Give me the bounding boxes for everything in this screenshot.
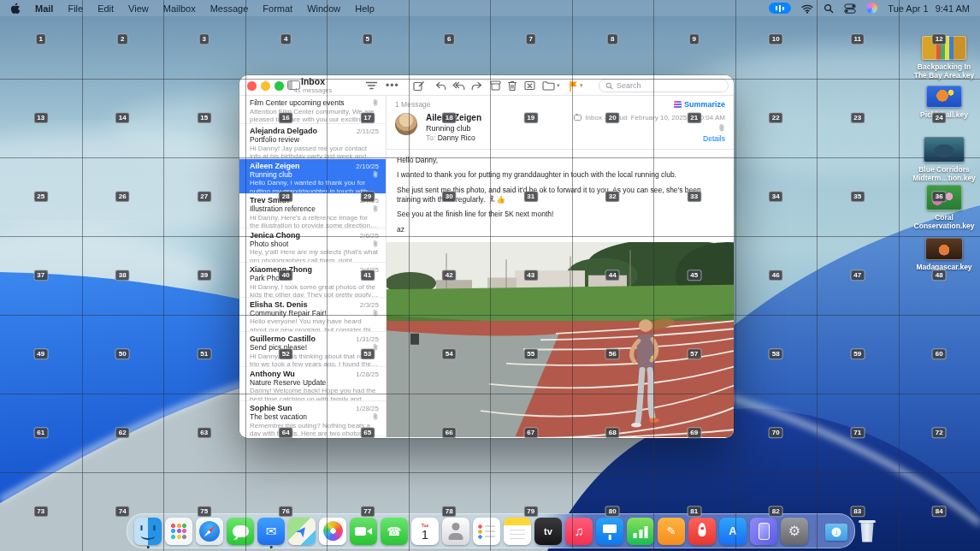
dock-trash-icon[interactable] bbox=[853, 518, 881, 545]
reminders-app-icon bbox=[473, 518, 500, 545]
preview: Remember this outing? Nothing beats a da… bbox=[250, 422, 379, 436]
dock-photos-icon[interactable] bbox=[319, 518, 346, 545]
dock-iphone-icon[interactable] bbox=[750, 518, 777, 545]
attachment-photo[interactable] bbox=[387, 242, 734, 437]
subject: Film Center upcoming events bbox=[250, 98, 345, 107]
message-row[interactable]: Sophie Sun1/28/25The best vacationRememb… bbox=[239, 401, 386, 436]
menu-mail[interactable]: Mail bbox=[35, 3, 53, 14]
message-row[interactable]: Alejandra Delgado2/11/25Portfolio review… bbox=[239, 124, 386, 159]
reply-all-icon[interactable] bbox=[452, 79, 465, 92]
date: 2/10/25 bbox=[356, 163, 379, 170]
facetime-app-icon bbox=[350, 518, 377, 545]
apple-menu[interactable] bbox=[10, 3, 21, 15]
now-playing-pill[interactable] bbox=[769, 3, 791, 14]
reply-icon[interactable] bbox=[435, 79, 446, 92]
running-indicator bbox=[147, 546, 150, 548]
spotlight-icon[interactable] bbox=[824, 3, 834, 14]
desktop-file-blue-corridors-midterm-tion-key[interactable]: Blue CorridorsMidterm…tion.key bbox=[912, 137, 977, 182]
date: 2/7/25 bbox=[360, 197, 379, 204]
menu-mailbox[interactable]: Mailbox bbox=[163, 3, 196, 14]
runner-photo bbox=[387, 242, 734, 437]
dock-appstore-icon[interactable]: A bbox=[719, 518, 747, 545]
compose-button[interactable] bbox=[413, 79, 425, 92]
preview: Hi Danny! Jay passed me your contact inf… bbox=[250, 145, 379, 159]
phone-app-icon: ☎ bbox=[381, 518, 408, 545]
dock-notes-icon[interactable] bbox=[504, 518, 531, 545]
dock-settings-icon[interactable]: ⚙ bbox=[781, 518, 808, 545]
menu-format[interactable]: Format bbox=[263, 3, 292, 14]
desktop-file-madagascar-key[interactable]: Madagascar.key bbox=[912, 238, 977, 271]
sender: Anthony Wu bbox=[250, 370, 295, 378]
siri-icon[interactable] bbox=[866, 3, 877, 14]
mailbox-count: 41 messages bbox=[239, 87, 387, 94]
dock-mail-icon[interactable]: ✉ bbox=[257, 518, 285, 545]
sender: Trev Smith bbox=[250, 196, 289, 204]
menu-help[interactable]: Help bbox=[355, 3, 375, 14]
more-button[interactable]: ••• bbox=[386, 79, 399, 92]
mailbox-location: Inbox - iCloud bbox=[585, 114, 627, 121]
desktop-file-backpacking-in-the-bay-area-key[interactable]: Backpacking InThe Bay Area.key bbox=[912, 36, 977, 80]
dock-facetime-icon[interactable] bbox=[350, 518, 377, 545]
numbers-app-icon bbox=[627, 518, 654, 545]
menu-file[interactable]: File bbox=[68, 3, 83, 14]
menu-view[interactable]: View bbox=[128, 3, 149, 14]
search-field[interactable]: Search bbox=[599, 79, 729, 92]
attachment-icon bbox=[574, 123, 725, 133]
message-row[interactable]: Film Center upcoming eventsAttention Fil… bbox=[239, 96, 386, 124]
flag-button[interactable]: ▾ bbox=[569, 79, 583, 92]
menu-edit[interactable]: Edit bbox=[97, 3, 114, 14]
menu-window[interactable]: Window bbox=[307, 3, 340, 14]
dock-launchpad-icon[interactable] bbox=[165, 518, 192, 545]
wifi-icon[interactable] bbox=[801, 3, 813, 14]
dock-downloads-icon[interactable] bbox=[823, 518, 850, 545]
dock-tv-icon[interactable]: tv bbox=[534, 518, 562, 545]
details-link[interactable]: Details bbox=[574, 134, 725, 143]
dock-contacts-icon[interactable] bbox=[442, 518, 469, 545]
message-row[interactable]: Guillermo Castillo1/31/25Send pics pleas… bbox=[239, 332, 386, 367]
sender-avatar[interactable] bbox=[395, 113, 417, 135]
message-datetime: February 10, 2025 at 10:04 AM bbox=[631, 114, 725, 121]
dock-reminders-icon[interactable] bbox=[473, 518, 500, 545]
message-row[interactable]: Jenica Chong2/6/25Photo shootHey, y'all!… bbox=[239, 228, 386, 264]
preview: Hi Danny, I took some great photos of th… bbox=[250, 283, 379, 298]
message-row[interactable]: Xiaomeng Zhong2/4/25Park PhotosHi Danny,… bbox=[239, 263, 386, 298]
filter-button[interactable] bbox=[366, 79, 377, 92]
message-row[interactable]: Anthony Wu1/28/25Nature Reserve UpdateDa… bbox=[239, 367, 386, 402]
desktop-file-coral-conservation-key[interactable]: CoralConservation.key bbox=[912, 185, 977, 230]
archive-icon[interactable] bbox=[490, 79, 501, 92]
tv-app-icon: tv bbox=[534, 518, 562, 545]
message-row[interactable]: Aileen Zeigen2/10/25Running clubHello Da… bbox=[239, 159, 386, 194]
dock-keynote-icon[interactable] bbox=[596, 518, 623, 545]
dock-pages-icon[interactable]: ✎ bbox=[658, 518, 685, 545]
body-paragraph: az bbox=[397, 225, 723, 234]
menu-bar-time[interactable]: 9:41 AM bbox=[936, 3, 970, 14]
move-to-folder-button[interactable]: ▾ bbox=[542, 79, 560, 92]
forward-icon[interactable] bbox=[471, 79, 482, 92]
sender: Aileen Zeigen bbox=[250, 162, 300, 170]
dock-calendar-icon[interactable]: Tue1 bbox=[411, 518, 439, 545]
message-row[interactable]: Elisha St. Denis2/3/25Community Repair F… bbox=[239, 298, 386, 333]
menu-bar-date[interactable]: Tue Apr 1 bbox=[888, 3, 928, 14]
attachment-icon bbox=[372, 343, 379, 352]
dock-divider bbox=[815, 519, 816, 543]
pages-app-icon: ✎ bbox=[658, 518, 685, 545]
trash-icon[interactable] bbox=[507, 79, 517, 92]
dock-numbers-icon[interactable] bbox=[627, 518, 654, 545]
sender: Guillermo Castillo bbox=[250, 335, 316, 343]
summarize-button[interactable]: Summarize bbox=[674, 100, 725, 109]
dock-safari-icon[interactable] bbox=[196, 518, 223, 545]
dock-finder-icon[interactable] bbox=[134, 518, 162, 545]
subject: Community Repair Fair! bbox=[250, 309, 327, 317]
dock-messages-icon[interactable] bbox=[227, 518, 254, 545]
junk-icon[interactable] bbox=[524, 79, 535, 92]
dock-maps-icon[interactable] bbox=[288, 518, 316, 545]
dock-phone-icon[interactable]: ☎ bbox=[381, 518, 408, 545]
desktop-file-pickleball-key[interactable]: Pickleball.key bbox=[912, 86, 977, 119]
preview: Attention Film Center community, We are … bbox=[250, 108, 379, 124]
menu-message[interactable]: Message bbox=[210, 3, 249, 14]
control-center-icon[interactable] bbox=[844, 3, 856, 14]
message-row[interactable]: Trev Smith2/7/25Illustration referenceHi… bbox=[239, 193, 386, 228]
dock-rocket-icon[interactable] bbox=[688, 518, 716, 545]
messages-app-icon bbox=[227, 518, 254, 545]
dock-music-icon[interactable]: ♫ bbox=[565, 518, 593, 545]
